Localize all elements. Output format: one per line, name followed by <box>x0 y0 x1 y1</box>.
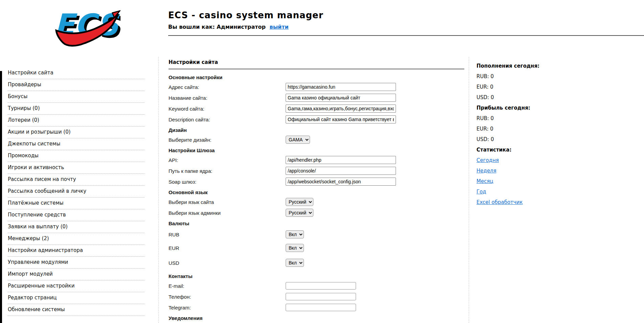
site-name-label: Название сайта: <box>169 95 286 101</box>
sidebar-item-providers[interactable]: Провайдеры <box>8 79 145 91</box>
field-row-site-name: Название сайта: <box>169 92 464 103</box>
header: ECS - casino system manager Вы вошли как… <box>168 10 644 30</box>
soap-label: Soap шлюз: <box>169 179 286 185</box>
rub-select[interactable]: Вкл <box>286 230 304 238</box>
stats-link-month[interactable]: Месяц <box>476 178 585 184</box>
sidebar-item-admin-settings[interactable]: Настройки администратора <box>8 245 145 257</box>
deposits-rub-value: 0 <box>491 73 494 79</box>
design-select[interactable]: GAMA <box>286 136 310 144</box>
sidebar-item-promocodes[interactable]: Промокоды <box>8 150 145 162</box>
deposits-eur: EUR: 0 <box>476 84 585 90</box>
panel-title: Настройки сайта <box>169 59 464 66</box>
deposits-usd-value: 0 <box>491 94 494 100</box>
profit-usd-value: 0 <box>491 136 494 142</box>
core-path-input[interactable] <box>286 167 396 175</box>
usd-label: USD <box>169 260 286 266</box>
field-row-admin-lang: Выбери язык админки Русский <box>169 207 464 218</box>
site-name-input[interactable] <box>286 94 396 102</box>
profit-usd: USD: 0 <box>476 136 585 142</box>
sidebar-item-module-management[interactable]: Управление модулями <box>8 257 145 269</box>
field-row-site-keyword: Keyword сайта: <box>169 103 464 114</box>
deposits-rub: RUB: 0 <box>476 73 585 79</box>
field-row-eur: EUR Вкл <box>169 241 464 255</box>
core-path-label: Путь к папке ядра: <box>169 168 286 174</box>
profit-rub-value: 0 <box>491 115 494 121</box>
sidebar-item-pm-mailing[interactable]: Рассылка сообщений в личку <box>8 186 145 198</box>
rub-label: RUB <box>169 232 286 237</box>
left-black-strip <box>0 71 2 323</box>
field-row-design: Выберите дизайн: GAMA <box>169 134 464 145</box>
soap-input[interactable] <box>286 178 396 186</box>
sidebar-item-payment-systems[interactable]: Платёжные системы <box>8 198 145 209</box>
site-description-input[interactable] <box>286 115 396 123</box>
sidebar-item-lotteries[interactable]: Лотереи (0) <box>8 115 145 126</box>
panel-title-rule <box>169 69 464 69</box>
deposits-usd: USD: 0 <box>476 94 585 100</box>
site-keyword-input[interactable] <box>286 105 396 113</box>
header-divider <box>168 35 644 36</box>
sidebar-item-system-update[interactable]: Обновление системы <box>8 304 145 316</box>
main-panel: Настройки сайта Основные настройки Адрес… <box>158 57 469 323</box>
sidebar-item-payout-requests[interactable]: Заявки на выплату (0) <box>8 221 145 233</box>
sidebar-item-jackpots[interactable]: Джекпоты системы <box>8 138 145 150</box>
field-row-soap: Soap шлюз: <box>169 176 464 187</box>
ecs-logo: ECS ECS <box>46 3 120 51</box>
telegram-label: Telegram: <box>169 305 286 310</box>
field-row-site-lang: Выбери язык сайта Русский <box>169 197 464 207</box>
logged-in-label: Вы вошли как: Администратор <box>168 24 266 30</box>
profit-rub: RUB: 0 <box>476 115 585 121</box>
sidebar-item-incoming-funds[interactable]: Поступление средств <box>8 209 145 221</box>
logged-in-status: Вы вошли как: Администратор выйти <box>168 24 644 30</box>
deposits-rub-code: RUB: <box>476 73 489 79</box>
design-label: Выберите дизайн: <box>169 137 286 143</box>
field-row-site-description: Description сайта: <box>169 114 464 125</box>
usd-select[interactable]: Вкл <box>286 259 304 267</box>
field-row-usd: USD Вкл <box>169 255 464 271</box>
sidebar-menu: Настройки сайта Провайдеры Бонусы Турнир… <box>8 67 145 316</box>
eur-select[interactable]: Вкл <box>286 244 304 252</box>
site-lang-select[interactable]: Русский <box>286 198 313 206</box>
sidebar-item-advanced-settings[interactable]: Расширенные настройки <box>8 280 145 292</box>
sidebar-item-players-activity[interactable]: Игроки и активность <box>8 162 145 174</box>
sidebar-item-site-settings[interactable]: Настройки сайта <box>8 67 145 79</box>
sidebar-item-page-editor[interactable]: Редактор страниц <box>8 292 145 304</box>
profit-rub-code: RUB: <box>476 115 489 121</box>
deposits-eur-code: EUR: <box>476 84 488 90</box>
api-input[interactable] <box>286 156 396 164</box>
site-description-label: Description сайта: <box>169 117 286 122</box>
stats-link-today[interactable]: Сегодня <box>476 157 585 163</box>
phone-label: Телефон: <box>169 294 286 300</box>
site-address-input[interactable] <box>286 83 396 91</box>
field-row-api: API: <box>169 155 464 165</box>
logout-link[interactable]: выйти <box>270 24 289 30</box>
stats-link-excel[interactable]: Excel обработчик <box>476 199 585 205</box>
phone-input[interactable] <box>286 293 356 300</box>
sidebar-item-promotions[interactable]: Акции и розыгрыши (0) <box>8 126 145 138</box>
api-label: API: <box>169 157 286 163</box>
field-row-email: E-mail: <box>169 280 464 291</box>
site-keyword-label: Keyword сайта: <box>169 106 286 112</box>
profit-eur: EUR: 0 <box>476 126 585 132</box>
sidebar-item-bonuses[interactable]: Бонусы <box>8 91 145 103</box>
stats-link-week[interactable]: Неделя <box>476 168 585 174</box>
section-contacts: Контакты <box>169 272 464 280</box>
admin-lang-label: Выбери язык админки <box>169 210 286 216</box>
telegram-input[interactable] <box>286 304 356 311</box>
deposits-eur-value: 0 <box>490 84 493 90</box>
field-row-site-address: Адрес сайта: <box>169 82 464 92</box>
sidebar-item-managers[interactable]: Менеджеры (2) <box>8 233 145 245</box>
site-settings-form: Настройки сайта Основные настройки Адрес… <box>169 59 464 323</box>
sidebar-item-email-mailing[interactable]: Рассылка писем на почту <box>8 174 145 186</box>
sidebar-item-module-import[interactable]: Импорт модулей <box>8 269 145 280</box>
deposits-usd-code: USD: <box>476 94 489 100</box>
stats-link-year[interactable]: Год <box>476 189 585 195</box>
field-row-rub: RUB Вкл <box>169 228 464 241</box>
site-lang-label: Выбери язык сайта <box>169 199 286 205</box>
profit-usd-code: USD: <box>476 136 489 142</box>
sidebar-item-tournaments[interactable]: Турниры (0) <box>8 103 145 115</box>
admin-lang-select[interactable]: Русский <box>286 209 313 217</box>
email-input[interactable] <box>286 282 356 290</box>
section-notifications: Уведомления <box>169 314 464 322</box>
field-row-telegram: Telegram: <box>169 302 464 313</box>
profit-today-title: Прибыль сегодня: <box>476 105 585 111</box>
